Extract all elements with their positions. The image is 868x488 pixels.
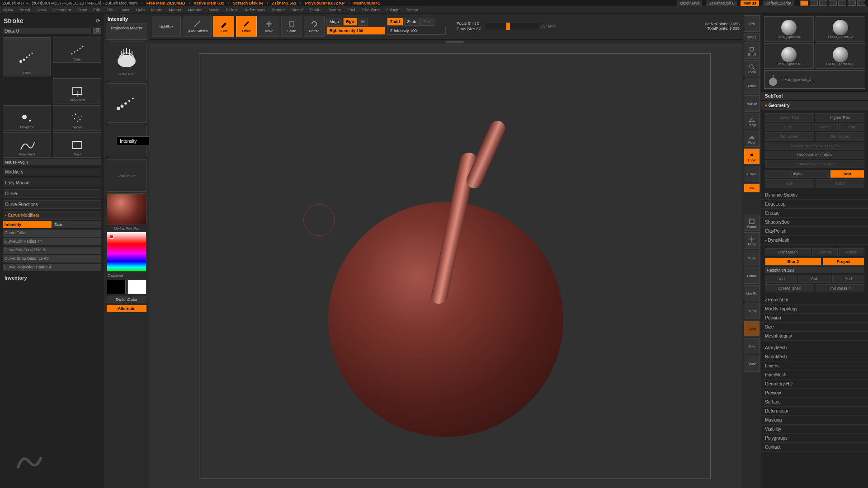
menu-item[interactable]: Draw: [77, 8, 87, 12]
tool-thumb-active[interactable]: PM3D_Sphere3D_2: [764, 70, 865, 89]
convert-bpr-button[interactable]: Convert BPR To Geo: [765, 160, 864, 168]
higher-res-button[interactable]: Higher Res: [816, 113, 865, 122]
draw-button[interactable]: Draw: [236, 16, 257, 37]
edit-button[interactable]: Edit: [213, 16, 234, 37]
quicksave-button[interactable]: QuickSave: [677, 0, 703, 6]
visibility-section[interactable]: Visibility: [761, 425, 868, 434]
inventory-section[interactable]: Inventory: [3, 272, 101, 283]
modifiers-section[interactable]: Modifiers: [3, 168, 101, 176]
arraymesh-section[interactable]: ArrayMesh: [761, 343, 868, 352]
actual-button[interactable]: Actual: [744, 78, 760, 94]
lightbox-button[interactable]: LightBox: [152, 16, 181, 37]
spix-slider[interactable]: SPix 3: [744, 33, 760, 41]
menu-item[interactable]: File: [107, 8, 113, 12]
curve-modifiers-section[interactable]: • Curve Modifiers: [3, 211, 101, 220]
alternate-button[interactable]: Alternate: [107, 305, 146, 312]
mouse-avg-slider[interactable]: Mouse Avg 4: [3, 159, 101, 165]
menu-item[interactable]: Tool: [348, 8, 355, 12]
menu-item[interactable]: Movie: [208, 8, 219, 12]
freeze-subdiv-button[interactable]: Freeze SubDivision Levels: [765, 142, 864, 150]
refresh-icon[interactable]: ⟳: [96, 18, 100, 24]
blur-slider[interactable]: Blur 2: [765, 258, 821, 266]
sdiv-slider[interactable]: SDiv: [765, 123, 811, 131]
stroke-dots-alt[interactable]: Dots: [53, 38, 101, 63]
stroke-thumb[interactable]: [107, 83, 146, 123]
lsym-button[interactable]: L.Sym: [744, 166, 760, 182]
window-button[interactable]: [810, 0, 818, 6]
dynamic-subdiv-section[interactable]: Dynamic Subdiv: [761, 191, 868, 200]
window-close[interactable]: [857, 0, 865, 6]
move-button[interactable]: Move: [259, 16, 279, 37]
window-button[interactable]: [819, 0, 827, 6]
brush-thumb[interactable]: CurveTube: [107, 42, 146, 81]
window-maximize[interactable]: [848, 0, 856, 6]
stroke-dots[interactable]: Dots: [3, 38, 51, 76]
tool-thumb[interactable]: PM3D_Sphere3D: [764, 43, 814, 69]
menu-item[interactable]: Picker: [226, 8, 237, 12]
del-lower-button[interactable]: Del Lower: [765, 132, 814, 141]
rgb-button[interactable]: Rgb: [343, 18, 358, 26]
zadd-button[interactable]: Zadd: [387, 18, 403, 26]
menu-item[interactable]: Texture: [328, 8, 341, 12]
size-slider-track[interactable]: [485, 23, 539, 29]
scale-button[interactable]: Scale: [281, 16, 302, 37]
del-higher-button[interactable]: Del Higher: [816, 132, 865, 141]
menu-item[interactable]: Preferences: [243, 8, 265, 12]
persp-button[interactable]: Persp: [744, 113, 760, 129]
transp-button[interactable]: Transp: [744, 303, 760, 319]
stroke-freehand[interactable]: FreeHand: [3, 132, 51, 158]
draw-size-slider[interactable]: Draw Size 87: [457, 27, 481, 31]
rotate-nav-button[interactable]: Rotate: [744, 267, 760, 284]
polish-button[interactable]: Polish: [839, 248, 864, 256]
curve-functions-section[interactable]: Curve Functions: [3, 200, 101, 209]
canvas[interactable]: [149, 44, 742, 488]
tool-thumb[interactable]: PM3D_Sphere3D_1: [816, 43, 865, 69]
curve-section[interactable]: Curve: [3, 189, 101, 198]
nanomesh-section[interactable]: NanoMesh: [761, 352, 868, 361]
rstr-button[interactable]: Rstr: [839, 123, 864, 131]
rgb-intensity-slider[interactable]: Rgb Intensity 100: [326, 27, 385, 35]
swatch-white[interactable]: [127, 280, 146, 294]
curveedit-focalshift[interactable]: CurveEdit FocalShift 0: [3, 247, 101, 254]
size-toggle[interactable]: Size: [52, 221, 101, 228]
lower-res-button[interactable]: Lower Res: [765, 113, 814, 122]
menus-toggle[interactable]: Menus: [741, 0, 759, 6]
solo-button[interactable]: Solo: [744, 338, 760, 354]
meshintegrity-section[interactable]: MeshIntegrity: [761, 332, 868, 341]
geometryhd-section[interactable]: Geometry HD: [761, 380, 868, 389]
layers-section[interactable]: Layers: [761, 361, 868, 371]
tool-thumb[interactable]: PM3D_Sphere3D: [764, 16, 814, 42]
focal-shift-slider[interactable]: Focal Shift 0: [457, 21, 481, 26]
swatch-black[interactable]: [107, 280, 126, 294]
quicksketch-button[interactable]: Quick Sketch: [183, 16, 212, 37]
stroke-spray[interactable]: Spray: [53, 105, 101, 131]
preview-section[interactable]: Preview: [761, 389, 868, 398]
stroke-rect[interactable]: Rect: [53, 132, 101, 158]
local-button[interactable]: Local: [744, 148, 760, 164]
color-picker[interactable]: [107, 232, 146, 272]
color-cursor[interactable]: [110, 235, 113, 239]
position-section[interactable]: Position: [761, 314, 868, 323]
edgeloop-section[interactable]: EdgeLoop: [761, 200, 868, 209]
surface-section[interactable]: Surface: [761, 398, 868, 407]
stroke-dragrect[interactable]: DragRect: [53, 78, 101, 103]
rotate-button[interactable]: Rotate: [304, 16, 325, 37]
deformation-section[interactable]: Deformation: [761, 407, 868, 416]
menu-item[interactable]: Edit: [93, 8, 100, 12]
and-button[interactable]: And: [832, 275, 864, 283]
geometry-header[interactable]: ▾ Geometry: [761, 101, 868, 110]
window-minimize[interactable]: [838, 0, 846, 6]
timeline-bar[interactable]: [149, 40, 742, 44]
stroke-dragdot[interactable]: DragDot: [3, 105, 51, 131]
menu-item[interactable]: Light: [136, 8, 145, 12]
move-nav-button[interactable]: Move: [744, 232, 760, 249]
replay-button[interactable]: R: [93, 28, 101, 34]
project-button[interactable]: Project: [823, 258, 864, 266]
zcut-button[interactable]: Zcut: [420, 18, 435, 26]
bpr-button[interactable]: BPR: [744, 15, 760, 32]
thickness-slider[interactable]: Thickness 4: [816, 284, 865, 292]
menu-item[interactable]: Alpha: [3, 8, 13, 12]
z-intensity-slider[interactable]: Z Intensity 100: [387, 27, 446, 35]
aahalf-button[interactable]: AAHalf: [744, 95, 760, 112]
suv-button[interactable]: Suv: [765, 179, 814, 188]
